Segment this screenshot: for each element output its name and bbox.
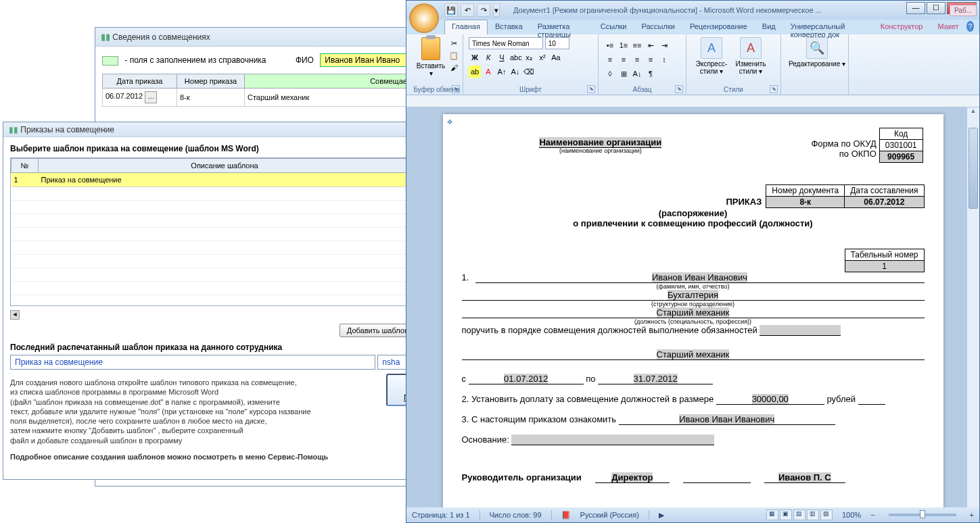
- draft-view[interactable]: ▧: [820, 509, 833, 520]
- tab-references[interactable]: Ссылки: [593, 20, 634, 34]
- add-template-button[interactable]: Добавить шаблон: [340, 324, 416, 337]
- zoom-in-button[interactable]: +: [970, 511, 974, 519]
- table-move-handle[interactable]: ✥: [447, 118, 452, 126]
- qat-dropdown[interactable]: ▾: [493, 3, 500, 17]
- indent-left-button[interactable]: ⇤: [645, 39, 657, 51]
- quick-styles-button[interactable]: A Экспресс-стили ▾: [692, 37, 731, 93]
- col-desc[interactable]: Описание шаблона: [39, 159, 411, 173]
- print-layout-view[interactable]: ▦: [766, 509, 778, 520]
- tab-mailings[interactable]: Рассылки: [634, 20, 682, 34]
- help-icon[interactable]: ?: [966, 21, 974, 32]
- scroll-thumb[interactable]: [969, 128, 978, 209]
- numbering-button[interactable]: 1≡: [617, 39, 630, 51]
- tab-layout[interactable]: Разметка страницы: [530, 20, 593, 34]
- indent-right-button[interactable]: ⇥: [658, 39, 670, 51]
- tab-layout2[interactable]: Макет: [930, 20, 966, 34]
- docdate-value[interactable]: 06.07.2012: [845, 197, 924, 208]
- align-right-button[interactable]: ≡: [631, 53, 643, 66]
- line-spacing-button[interactable]: ↕: [658, 53, 670, 66]
- familiarize-fio[interactable]: Иванов Иван Иванович: [679, 414, 774, 424]
- minimize-button[interactable]: —: [906, 2, 925, 14]
- change-case-button[interactable]: Aa: [550, 51, 562, 64]
- tab-insert[interactable]: Вставка: [488, 20, 530, 34]
- word-count[interactable]: Число слов: 99: [490, 511, 542, 519]
- zoom-slider[interactable]: [889, 514, 956, 516]
- show-marks-button[interactable]: ¶: [645, 68, 657, 80]
- superscript-button[interactable]: x²: [536, 51, 549, 64]
- full-screen-view[interactable]: ▣: [780, 509, 792, 520]
- position2[interactable]: Старший механик: [657, 349, 730, 359]
- tab-converter[interactable]: Универсальный конвертер док: [783, 20, 873, 34]
- page-status[interactable]: Страница: 1 из 1: [412, 511, 470, 519]
- okud-value[interactable]: 0301001: [879, 140, 923, 151]
- strikethrough-button[interactable]: abc: [509, 51, 521, 64]
- position[interactable]: Старший механик: [657, 307, 730, 318]
- okpo-value[interactable]: 909965: [879, 151, 923, 163]
- italic-button[interactable]: К: [482, 51, 494, 64]
- tab-view[interactable]: Вид: [755, 20, 783, 34]
- scroll-up-icon[interactable]: ▲: [967, 107, 979, 114]
- zoom-out-button[interactable]: −: [870, 511, 874, 519]
- font-name-select[interactable]: [469, 37, 543, 49]
- office-button[interactable]: [409, 3, 439, 33]
- template-row-selected[interactable]: 1 Приказ на совмещение nshab: [11, 173, 445, 187]
- grow-font-button[interactable]: A↑: [496, 66, 508, 78]
- tab-home[interactable]: Главная: [444, 20, 488, 34]
- multilevel-button[interactable]: ≡≡: [631, 39, 643, 51]
- tab-review[interactable]: Рецензирование: [682, 20, 755, 34]
- docnum-value[interactable]: 8-к: [766, 197, 845, 208]
- bullets-button[interactable]: •≡: [604, 39, 616, 51]
- scroll-left[interactable]: ◄: [10, 310, 20, 320]
- head-fio[interactable]: Иванов П. С: [778, 472, 831, 482]
- sort-button[interactable]: A↓: [631, 68, 643, 80]
- shrink-font-button[interactable]: A↓: [509, 66, 521, 78]
- col-num[interactable]: №: [11, 159, 39, 173]
- dialog-launcher[interactable]: ⬊: [675, 85, 683, 93]
- align-left-button[interactable]: ≡: [604, 53, 616, 66]
- language-status[interactable]: Русский (Россия): [580, 511, 639, 519]
- dialog-launcher[interactable]: ⬊: [587, 85, 595, 93]
- document-area[interactable]: ✥ Наименование организации (наименование…: [406, 107, 979, 507]
- maximize-button[interactable]: ☐: [927, 2, 946, 14]
- web-view[interactable]: ▤: [793, 509, 806, 520]
- change-styles-button[interactable]: A Изменить стили ▾: [731, 37, 770, 93]
- from-date[interactable]: 01.07.2012: [504, 374, 548, 384]
- dialog-launcher[interactable]: ⬊: [770, 85, 778, 93]
- col-date[interactable]: Дата приказа: [103, 74, 177, 89]
- clear-format-button[interactable]: ⌫: [523, 66, 535, 78]
- format-painter-icon[interactable]: 🖌: [448, 61, 460, 74]
- amount[interactable]: 30000,00: [752, 394, 789, 404]
- last-template-input[interactable]: [10, 355, 375, 370]
- highlight-button[interactable]: ab: [469, 66, 481, 78]
- col-num[interactable]: Номер приказа: [177, 74, 245, 89]
- copy-icon[interactable]: 📋: [448, 49, 460, 61]
- subscript-button[interactable]: x₂: [523, 51, 535, 64]
- ruler[interactable]: [406, 95, 979, 107]
- tab-design[interactable]: Конструктор: [873, 20, 931, 34]
- department[interactable]: Бухгалтерия: [668, 290, 718, 300]
- justify-button[interactable]: ≡: [645, 53, 657, 66]
- redo-icon[interactable]: ↷: [477, 3, 490, 17]
- contextual-tab[interactable]: Раб...: [950, 5, 977, 16]
- shading-button[interactable]: ◊: [604, 68, 616, 80]
- paste-button[interactable]: Вставить ▾: [416, 37, 446, 78]
- vertical-scrollbar[interactable]: ▲: [967, 107, 979, 507]
- employee-fio[interactable]: Иванов Иван Иванович: [652, 272, 747, 282]
- zoom-level[interactable]: 100%: [842, 511, 861, 519]
- borders-button[interactable]: ⊞: [617, 68, 630, 80]
- zoom-thumb[interactable]: [920, 510, 925, 518]
- save-icon[interactable]: 💾: [444, 3, 458, 17]
- cut-icon[interactable]: ✂: [448, 37, 460, 49]
- macro-icon[interactable]: ▶: [659, 511, 664, 520]
- font-color-button[interactable]: A: [482, 66, 494, 78]
- bold-button[interactable]: Ж: [469, 51, 481, 64]
- ellipsis-button[interactable]: …: [145, 91, 157, 103]
- outline-view[interactable]: ▥: [807, 509, 819, 520]
- align-center-button[interactable]: ≡: [617, 53, 630, 66]
- find-button[interactable]: 🔍 Редактирование ▾: [787, 37, 847, 68]
- dialog-launcher[interactable]: ⬊: [452, 85, 460, 93]
- spell-icon[interactable]: 📕: [561, 511, 571, 520]
- to-date[interactable]: 31.07.2012: [634, 374, 678, 384]
- undo-icon[interactable]: ↶: [461, 3, 474, 17]
- font-size-select[interactable]: [545, 37, 569, 49]
